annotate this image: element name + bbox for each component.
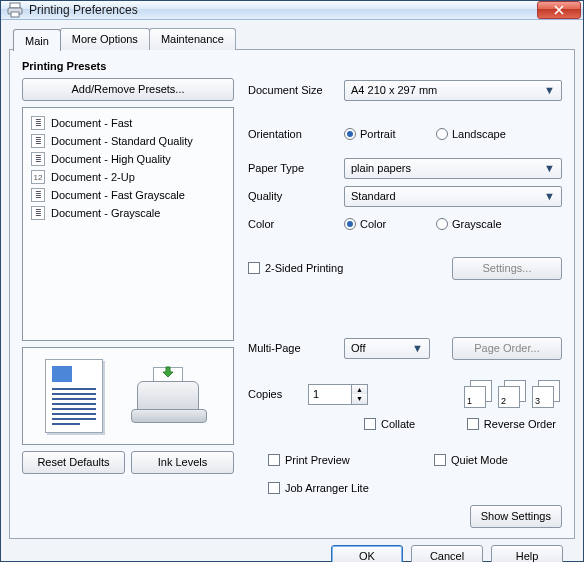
printing-preferences-window: Printing Preferences Main More Options M… [0,0,584,562]
print-preview-checkbox[interactable]: Print Preview [268,454,428,466]
preview-box [22,347,234,445]
svg-rect-2 [11,12,19,17]
right-column: Document Size A4 210 x 297 mm ▼ Orientat… [248,60,562,528]
reverse-order-checkbox[interactable]: Reverse Order [467,418,556,430]
document-gray-icon: ≣ [31,206,45,220]
paper-type-value: plain papers [351,162,542,174]
preset-label: Document - Fast [51,117,132,129]
tab-more-options[interactable]: More Options [60,28,150,50]
quality-label: Quality [248,190,344,202]
orientation-portrait-radio[interactable]: Portrait [344,128,430,140]
titlebar: Printing Preferences [1,1,583,20]
color-grayscale-radio[interactable]: Grayscale [436,218,502,230]
color-color-text: Color [360,218,386,230]
preset-item[interactable]: ≣ Document - Fast Grayscale [27,186,229,204]
tab-main[interactable]: Main [13,29,61,51]
spin-up-icon[interactable]: ▲ [352,385,367,395]
copies-spinner[interactable]: ▲ ▼ [308,384,368,405]
orientation-landscape-text: Landscape [452,128,506,140]
preset-item[interactable]: ≣ Document - Fast [27,114,229,132]
preset-label: Document - Standard Quality [51,135,193,147]
printer-preview-icon [131,363,211,429]
presets-heading: Printing Presets [22,60,234,72]
document-icon: ≣ [31,134,45,148]
preset-item[interactable]: ≣ Document - High Quality [27,150,229,168]
quality-value: Standard [351,190,542,202]
tab-panel-main: Printing Presets Add/Remove Presets... ≣… [9,49,575,539]
window-title: Printing Preferences [29,3,537,17]
copies-input[interactable] [308,384,352,405]
preset-label: Document - Fast Grayscale [51,189,185,201]
two-sided-label: 2-Sided Printing [265,262,343,274]
color-grayscale-text: Grayscale [452,218,502,230]
svg-rect-0 [10,3,20,8]
multi-page-label: Multi-Page [248,342,344,354]
document-size-label: Document Size [248,84,344,96]
two-up-icon: 12 [31,170,45,184]
preset-list[interactable]: ≣ Document - Fast ≣ Document - Standard … [22,107,234,341]
collate-checkbox[interactable]: Collate [364,418,415,430]
help-button[interactable]: Help [491,545,563,562]
document-icon: ≣ [31,116,45,130]
dialog-footer: OK Cancel Help [9,539,575,562]
document-gray-icon: ≣ [31,188,45,202]
collate-label: Collate [381,418,415,430]
preset-label: Document - Grayscale [51,207,160,219]
paper-type-label: Paper Type [248,162,344,174]
tab-maintenance[interactable]: Maintenance [149,28,236,50]
chevron-down-icon: ▼ [542,187,557,206]
orientation-landscape-radio[interactable]: Landscape [436,128,506,140]
multi-page-value: Off [351,342,410,354]
printer-icon [7,2,23,18]
page-order-button[interactable]: Page Order... [452,337,562,360]
copies-label: Copies [248,388,308,400]
document-icon: ≣ [31,152,45,166]
quality-dropdown[interactable]: Standard ▼ [344,186,562,207]
document-preview-icon [45,359,103,433]
document-size-value: A4 210 x 297 mm [351,84,542,96]
quiet-mode-label: Quiet Mode [451,454,508,466]
color-label: Color [248,218,344,230]
window-body: Main More Options Maintenance Printing P… [1,20,583,562]
reverse-order-label: Reverse Order [484,418,556,430]
left-column: Printing Presets Add/Remove Presets... ≣… [22,60,234,528]
document-size-dropdown[interactable]: A4 210 x 297 mm ▼ [344,80,562,101]
quiet-mode-checkbox[interactable]: Quiet Mode [434,454,508,466]
preset-item[interactable]: ≣ Document - Standard Quality [27,132,229,150]
print-preview-label: Print Preview [285,454,350,466]
ink-levels-button[interactable]: Ink Levels [131,451,234,474]
chevron-down-icon: ▼ [542,81,557,100]
cancel-button[interactable]: Cancel [411,545,483,562]
spin-down-icon[interactable]: ▼ [352,394,367,404]
color-color-radio[interactable]: Color [344,218,430,230]
preset-item[interactable]: ≣ Document - Grayscale [27,204,229,222]
orientation-label: Orientation [248,128,344,140]
two-sided-checkbox[interactable]: 2-Sided Printing [248,262,343,274]
preset-item[interactable]: 12 Document - 2-Up [27,168,229,186]
chevron-down-icon: ▼ [410,339,425,358]
add-remove-presets-button[interactable]: Add/Remove Presets... [22,78,234,101]
preset-label: Document - 2-Up [51,171,135,183]
chevron-down-icon: ▼ [542,159,557,178]
job-arranger-checkbox[interactable]: Job Arranger Lite [268,482,369,494]
ok-button[interactable]: OK [331,545,403,562]
tab-area: Main More Options Maintenance Printing P… [9,28,575,539]
reset-defaults-button[interactable]: Reset Defaults [22,451,125,474]
job-arranger-label: Job Arranger Lite [285,482,369,494]
show-settings-button[interactable]: Show Settings [470,505,562,528]
multi-page-dropdown[interactable]: Off ▼ [344,338,430,359]
two-sided-settings-button[interactable]: Settings... [452,257,562,280]
close-icon [554,5,564,15]
tabstrip: Main More Options Maintenance [9,28,575,50]
paper-type-dropdown[interactable]: plain papers ▼ [344,158,562,179]
collate-preview: 11 22 33 [464,380,562,408]
close-button[interactable] [537,1,581,19]
orientation-portrait-text: Portrait [360,128,395,140]
preset-label: Document - High Quality [51,153,171,165]
